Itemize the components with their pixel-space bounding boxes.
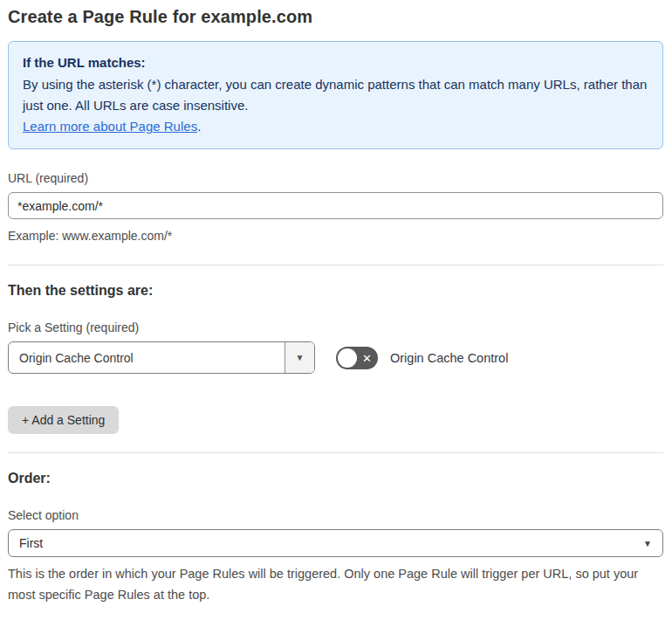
order-section-heading: Order: <box>8 471 663 486</box>
toggle-label: Origin Cache Control <box>390 351 508 365</box>
divider <box>8 452 663 453</box>
info-box-body: By using the asterisk (*) character, you… <box>23 74 648 116</box>
setting-row: Origin Cache Control ▼ ✕ Origin Cache Co… <box>8 341 663 374</box>
chevron-down-icon: ▼ <box>643 539 652 548</box>
order-helper-text: This is the order in which your Page Rul… <box>8 563 663 605</box>
setting-select-value: Origin Cache Control <box>9 342 285 373</box>
page-rule-form: Create a Page Rule for example.com If th… <box>0 0 672 620</box>
url-example-helper: Example: www.example.com/* <box>8 226 663 246</box>
toggle-off-x-icon: ✕ <box>362 352 372 363</box>
url-field-label: URL (required) <box>8 171 663 185</box>
url-match-info-box: If the URL matches: By using the asteris… <box>8 41 663 149</box>
order-select-label: Select option <box>8 508 663 522</box>
origin-cache-control-toggle[interactable]: ✕ <box>336 347 378 369</box>
link-period: . <box>197 119 201 134</box>
info-link-line: Learn more about Page Rules. <box>23 116 648 137</box>
page-title: Create a Page Rule for example.com <box>8 7 663 27</box>
add-setting-button[interactable]: + Add a Setting <box>8 406 119 434</box>
info-box-heading: If the URL matches: <box>23 52 648 73</box>
settings-section-heading: Then the settings are: <box>8 283 663 299</box>
order-select-value: First <box>19 536 43 550</box>
divider <box>8 265 663 265</box>
order-select[interactable]: First ▼ <box>8 529 663 557</box>
url-input[interactable] <box>8 192 663 219</box>
chevron-down-icon: ▼ <box>296 353 305 362</box>
setting-select[interactable]: Origin Cache Control ▼ <box>8 341 315 374</box>
toggle-knob <box>338 348 357 368</box>
learn-more-link[interactable]: Learn more about Page Rules <box>23 119 197 134</box>
pick-setting-label: Pick a Setting (required) <box>8 320 663 334</box>
setting-select-arrow-button[interactable]: ▼ <box>285 342 314 373</box>
